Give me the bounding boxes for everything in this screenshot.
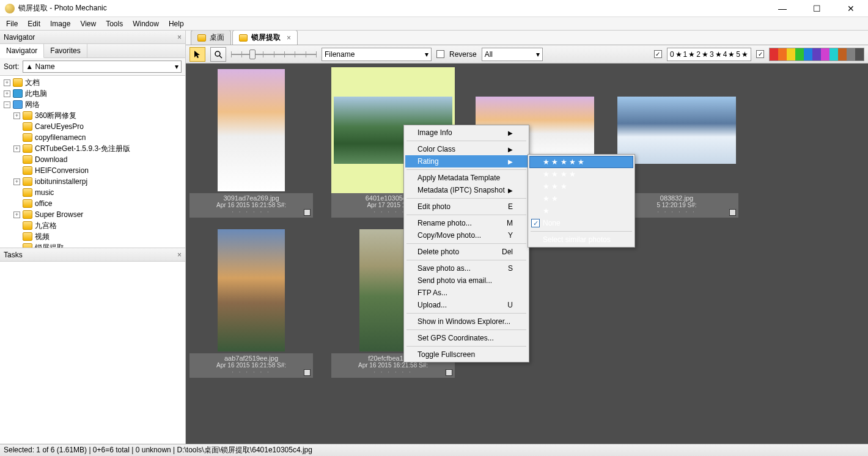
tab-navigator[interactable]: Navigator [0, 44, 44, 58]
ctx-save-as[interactable]: Save photo as...S [405, 262, 528, 274]
color-class-filter[interactable] [769, 48, 864, 61]
thumbnail-grid[interactable]: 3091ad7ea269.jpgApr 16 2015 16:21:58 S#:… [186, 64, 868, 444]
svg-point-0 [215, 51, 220, 56]
star-filter-checkbox[interactable]: ✓ [654, 50, 662, 58]
context-menu[interactable]: Image Info▶ Color Class▶ Rating▶ ★ ★ ★ ★… [403, 125, 529, 362]
filter-dropdown[interactable]: All▾ [482, 48, 543, 61]
tab-current[interactable]: 锁屏提取 × [232, 31, 298, 45]
ctx-rating[interactable]: Rating▶ ★ ★ ★ ★ ★ ★ ★ ★ ★ ★ ★ ★ ★ ★ ★ ✓N… [405, 155, 528, 167]
color-swatch[interactable] [847, 48, 855, 61]
thumbnail-size-slider[interactable] [231, 48, 317, 61]
rating-none[interactable]: ✓None [529, 217, 633, 229]
chevron-down-icon: ▾ [536, 50, 540, 59]
status-bar: Selected: 1 of 6 (1.61MB) | 0+6=6 total … [0, 444, 868, 456]
status-text: Selected: 1 of 6 (1.61MB) | 0+6=6 total … [4, 445, 312, 455]
rating-2[interactable]: ★ ★ [529, 193, 633, 205]
ctx-color-class[interactable]: Color Class▶ [405, 143, 528, 155]
thumbnail-tag-checkbox[interactable] [446, 369, 452, 376]
chevron-right-icon: ▶ [508, 146, 513, 153]
sort-column-dropdown[interactable]: Filename▾ [322, 48, 432, 61]
color-swatch[interactable] [829, 48, 838, 61]
navigator-close-icon[interactable]: × [177, 33, 182, 42]
tasks-panel-header: Tasks × [0, 248, 185, 262]
thumbnail-cell[interactable]: 3091ad7ea269.jpgApr 16 2015 16:21:58 S#:… [189, 67, 313, 218]
thumbnail-tag-checkbox[interactable] [729, 209, 736, 216]
menu-view[interactable]: View [80, 20, 96, 28]
content-area: 桌面 锁屏提取 × Filename▾ Reverse [186, 31, 868, 444]
menu-tools[interactable]: Tools [106, 20, 123, 28]
menu-image[interactable]: Image [50, 20, 70, 28]
star-filter[interactable]: 0★ 1★ 2★ 3★ 4★ 5★ [667, 48, 751, 61]
minimize-button[interactable]: — [773, 4, 792, 13]
chevron-right-icon: ▶ [508, 130, 513, 136]
ctx-toggle-fullscreen[interactable]: Toggle Fullscreen [405, 348, 528, 361]
sort-dropdown[interactable]: ▲ Name ▾ [23, 61, 182, 73]
ctx-apply-template[interactable]: Apply Metadata Template [405, 172, 528, 184]
tab-desktop[interactable]: 桌面 [191, 31, 231, 45]
pointer-tool-button[interactable] [189, 47, 205, 62]
color-swatch[interactable] [855, 48, 864, 61]
toolbar: Filename▾ Reverse All▾ ✓ 0★ 1★ 2★ 3★ 4★ … [186, 45, 868, 64]
zoom-tool-button[interactable] [210, 47, 226, 62]
contact-sheet-tabs: 桌面 锁屏提取 × [186, 31, 868, 45]
ctx-copymove[interactable]: Copy/Move photo...Y [405, 229, 528, 241]
color-swatch[interactable] [804, 48, 812, 61]
color-swatch[interactable] [821, 48, 829, 61]
maximize-button[interactable]: ☐ [807, 4, 826, 13]
thumbnail-image[interactable] [617, 97, 736, 164]
ctx-show-explorer[interactable]: Show in Windows Explorer... [405, 315, 528, 328]
menu-file[interactable]: File [6, 20, 18, 28]
rating-select-similar[interactable]: Select similar photos [529, 234, 633, 246]
rating-1[interactable]: ★ [529, 205, 633, 217]
rating-submenu[interactable]: ★ ★ ★ ★ ★ ★ ★ ★ ★ ★ ★ ★ ★ ★ ★ ✓None Sele… [528, 154, 635, 248]
rating-5[interactable]: ★ ★ ★ ★ ★ [529, 156, 633, 168]
folder-icon [239, 34, 248, 42]
check-icon: ✓ [531, 219, 540, 227]
svg-line-1 [219, 56, 222, 58]
ctx-send-email[interactable]: Send photo via email... [405, 274, 528, 287]
navigator-panel-header: Navigator × [0, 31, 185, 44]
color-swatch[interactable] [778, 48, 787, 61]
menu-edit[interactable]: Edit [28, 20, 40, 28]
sort-label: Sort: [4, 62, 19, 71]
thumbnail-image[interactable] [218, 229, 285, 351]
color-swatch[interactable] [770, 48, 778, 61]
rating-3[interactable]: ★ ★ ★ [529, 180, 633, 193]
tab-favorites[interactable]: Favorites [44, 44, 87, 57]
pointer-icon [193, 50, 202, 59]
folder-tree[interactable]: +文档 +此电脑 −网络 +360断网修复 CareUEyesPro copyf… [0, 76, 185, 248]
menu-window[interactable]: Window [133, 20, 159, 28]
thumbnail-cell[interactable]: aab7af2519ee.jpgApr 16 2015 16:21:58 S#:… [189, 227, 313, 378]
ctx-delete[interactable]: Delete photoDel [405, 246, 528, 258]
ctx-upload[interactable]: Upload...U [405, 299, 528, 311]
reverse-checkbox[interactable] [436, 50, 444, 58]
folder-icon [197, 34, 206, 42]
color-swatch[interactable] [787, 48, 795, 61]
color-swatch[interactable] [812, 48, 821, 61]
ctx-edit-photo[interactable]: Edit photoE [405, 200, 528, 213]
ctx-set-gps[interactable]: Set GPS Coordinates... [405, 332, 528, 344]
tasks-close-icon[interactable]: × [177, 251, 182, 259]
ctx-iptc-snapshot[interactable]: Metadata (IPTC) Snapshot▶ [405, 184, 528, 196]
color-filter-checkbox[interactable]: ✓ [756, 50, 764, 58]
chevron-right-icon: ▶ [508, 158, 513, 165]
ctx-image-info[interactable]: Image Info▶ [405, 127, 528, 139]
chevron-down-icon: ▾ [425, 50, 428, 59]
menu-help[interactable]: Help [169, 20, 184, 28]
thumbnail-footer: 3091ad7ea269.jpgApr 16 2015 16:21:58 S#:… [189, 193, 313, 218]
thumbnail-image[interactable] [218, 69, 285, 191]
navigator-label: Navigator [4, 33, 35, 42]
titlebar: 锁屏提取 - Photo Mechanic — ☐ ✕ [0, 0, 868, 17]
menubar: File Edit Image View Tools Window Help [0, 17, 868, 31]
color-swatch[interactable] [838, 48, 847, 61]
color-swatch[interactable] [795, 48, 804, 61]
tab-close-icon[interactable]: × [287, 34, 291, 42]
rating-4[interactable]: ★ ★ ★ ★ [529, 168, 633, 180]
thumbnail-footer: aab7af2519ee.jpgApr 16 2015 16:21:58 S#:… [189, 353, 313, 378]
window-title: 锁屏提取 - Photo Mechanic [18, 3, 773, 13]
thumbnail-tag-checkbox[interactable] [304, 369, 311, 376]
close-button[interactable]: ✕ [841, 4, 861, 13]
thumbnail-tag-checkbox[interactable] [304, 209, 311, 216]
ctx-rename[interactable]: Rename photo...M [405, 217, 528, 229]
ctx-ftp-as[interactable]: FTP As... [405, 287, 528, 299]
